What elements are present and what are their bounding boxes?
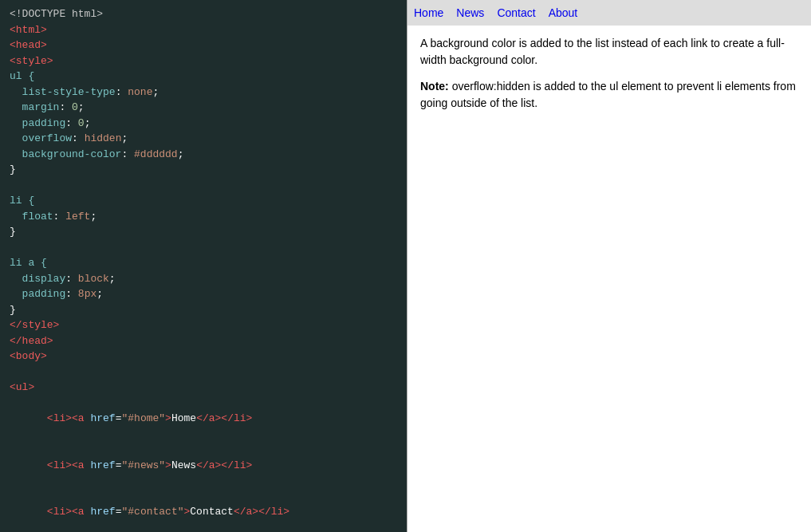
code-line: overflow: hidden; — [10, 131, 397, 147]
code-line: background-color: #dddddd; — [10, 147, 397, 163]
code-line: padding: 0; — [10, 116, 397, 132]
preview-content: A background color is added to the list … — [407, 26, 811, 131]
code-line: padding: 8px; — [10, 286, 397, 302]
code-line: <!DOCTYPE html> — [10, 6, 397, 22]
preview-note-label: Note: — [420, 80, 449, 93]
code-line: <head> — [10, 37, 397, 53]
code-line: <li><a href="#contact">Contact</a></li> — [10, 489, 397, 533]
code-line: <li><a href="#news">News</a></li> — [10, 442, 397, 489]
preview-paragraph1: A background color is added to the list … — [420, 35, 798, 69]
code-line: float: left; — [10, 209, 397, 225]
code-line: margin: 0; — [10, 100, 397, 116]
code-line: li { — [10, 193, 397, 209]
preview-note-text: overflow:hidden is added to the ul eleme… — [420, 80, 796, 109]
nav-link-news[interactable]: News — [450, 0, 490, 26]
code-line: <style> — [10, 53, 397, 69]
preview-paragraph2: Note: overflow:hidden is added to the ul… — [420, 78, 798, 112]
code-line: } — [10, 224, 397, 240]
code-line: } — [10, 302, 397, 318]
nav-item-contact: Contact — [490, 0, 541, 26]
preview-nav: Home News Contact About — [407, 0, 811, 26]
nav-item-news: News — [450, 0, 490, 26]
code-line: <li><a href="#home">Home</a></li> — [10, 396, 397, 443]
nav-list: Home News Contact About — [407, 0, 811, 26]
code-line — [10, 365, 397, 380]
nav-link-contact[interactable]: Contact — [490, 0, 541, 26]
code-line: </head> — [10, 333, 397, 349]
code-line: <body> — [10, 349, 397, 365]
nav-item-about: About — [542, 0, 585, 26]
code-editor: <!DOCTYPE html> <html> <head> <style> ul… — [0, 0, 407, 532]
code-line: display: block; — [10, 271, 397, 287]
code-line: ul { — [10, 69, 397, 85]
nav-link-home[interactable]: Home — [407, 0, 450, 26]
code-line: </style> — [10, 317, 397, 333]
nav-item-home: Home — [407, 0, 450, 26]
code-line — [10, 240, 397, 256]
preview-panel: Home News Contact About A background col… — [407, 0, 811, 532]
code-line: li a { — [10, 255, 397, 271]
code-line: list-style-type: none; — [10, 85, 397, 100]
code-line: <html> — [10, 22, 397, 38]
code-line: } — [10, 162, 397, 178]
nav-link-about[interactable]: About — [542, 0, 585, 26]
code-line — [10, 178, 397, 194]
code-line: <ul> — [10, 380, 397, 396]
